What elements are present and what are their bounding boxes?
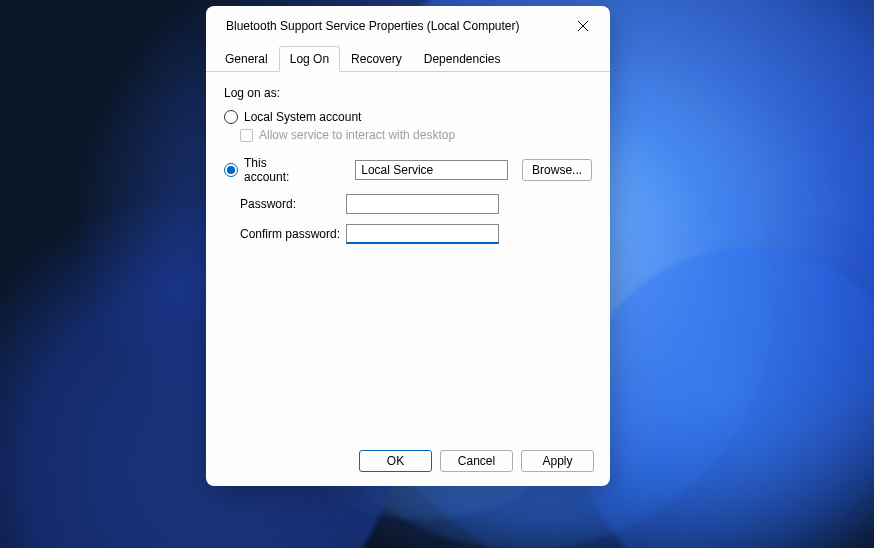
allow-interact-row: Allow service to interact with desktop — [240, 128, 592, 142]
allow-interact-checkbox — [240, 129, 253, 142]
logon-as-label: Log on as: — [224, 86, 592, 100]
confirm-password-input[interactable] — [346, 224, 499, 244]
tab-logon[interactable]: Log On — [279, 46, 340, 72]
apply-button[interactable]: Apply — [521, 450, 594, 472]
password-input[interactable] — [346, 194, 499, 214]
local-system-label: Local System account — [244, 110, 361, 124]
local-system-row[interactable]: Local System account — [224, 110, 592, 124]
cancel-button[interactable]: Cancel — [440, 450, 513, 472]
this-account-radio[interactable] — [224, 163, 238, 177]
properties-dialog: Bluetooth Support Service Properties (Lo… — [206, 6, 610, 486]
window-title: Bluetooth Support Service Properties (Lo… — [226, 19, 519, 33]
titlebar: Bluetooth Support Service Properties (Lo… — [206, 6, 610, 46]
tab-dependencies[interactable]: Dependencies — [413, 46, 512, 71]
browse-button[interactable]: Browse... — [522, 159, 592, 181]
confirm-password-label: Confirm password: — [240, 227, 346, 241]
password-row: Password: — [240, 194, 592, 214]
this-account-row: This account: Browse... — [224, 156, 592, 184]
close-button[interactable] — [568, 11, 598, 41]
allow-interact-label: Allow service to interact with desktop — [259, 128, 455, 142]
tab-bar: General Log On Recovery Dependencies — [206, 46, 610, 72]
ok-button[interactable]: OK — [359, 450, 432, 472]
password-label: Password: — [240, 197, 346, 211]
this-account-label: This account: — [244, 156, 311, 184]
tab-general[interactable]: General — [214, 46, 279, 71]
confirm-password-row: Confirm password: — [240, 224, 592, 244]
tab-content: Log on as: Local System account Allow se… — [206, 72, 610, 440]
close-icon — [578, 21, 588, 31]
account-input[interactable] — [355, 160, 508, 180]
local-system-radio[interactable] — [224, 110, 238, 124]
dialog-footer: OK Cancel Apply — [206, 440, 610, 486]
tab-recovery[interactable]: Recovery — [340, 46, 413, 71]
